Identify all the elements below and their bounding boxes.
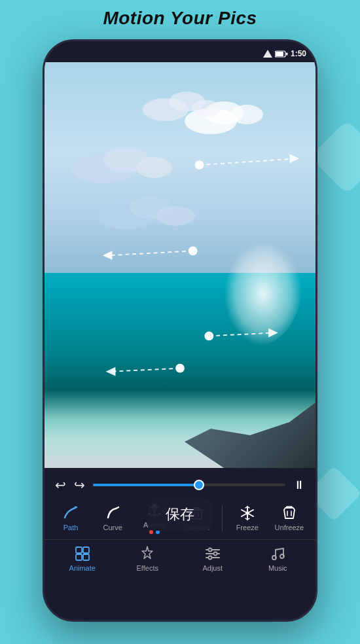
svg-rect-2 — [276, 52, 283, 56]
svg-point-15 — [175, 364, 185, 373]
scrubber-fill — [93, 484, 199, 486]
play-pause-button[interactable]: ⏸ — [293, 478, 305, 492]
undo-button[interactable]: ↩ — [55, 477, 66, 493]
svg-point-29 — [280, 554, 284, 558]
svg-point-6 — [195, 160, 204, 170]
nav-effects[interactable]: Effects — [124, 545, 170, 572]
tool-divider — [222, 505, 223, 531]
photo-area — [45, 62, 315, 468]
save-popup: 保存 — [147, 498, 213, 531]
svg-line-13 — [113, 368, 181, 372]
svg-point-9 — [189, 246, 198, 255]
unfreeze-label: Unfreeze — [275, 524, 304, 531]
battery-icon — [275, 50, 288, 58]
tool-curve[interactable]: Curve — [93, 505, 132, 531]
scrubber-thumb[interactable] — [194, 480, 204, 490]
music-nav-label: Music — [268, 564, 287, 572]
nav-animate[interactable]: Animate — [60, 545, 105, 572]
effects-nav-label: Effects — [137, 564, 158, 572]
adjust-nav-icon — [204, 545, 221, 562]
phone-frame: 1:50 — [43, 39, 317, 622]
redo-button[interactable]: ↪ — [74, 477, 85, 493]
bottom-nav: Animate Effects — [45, 539, 315, 585]
svg-point-20 — [245, 512, 249, 515]
freeze-label: Freeze — [236, 524, 259, 531]
svg-point-25 — [208, 548, 211, 552]
svg-point-12 — [204, 332, 213, 341]
motion-paths-svg — [45, 62, 315, 468]
curve-icon — [104, 505, 121, 522]
signal-icon — [263, 50, 272, 58]
svg-point-28 — [272, 556, 276, 560]
svg-rect-22 — [83, 547, 89, 553]
save-popup-label: 保存 — [166, 506, 194, 522]
effects-nav-icon — [139, 545, 156, 562]
music-nav-icon — [269, 545, 286, 562]
svg-rect-3 — [286, 52, 288, 55]
app-background: Motion Your Pics 1:50 — [0, 0, 360, 35]
svg-line-10 — [209, 333, 274, 336]
status-time: 1:50 — [291, 49, 306, 58]
svg-marker-0 — [263, 50, 272, 58]
adjust-nav-label: Adjust — [202, 564, 223, 572]
nav-adjust[interactable]: Adjust — [190, 545, 236, 572]
svg-line-4 — [200, 158, 297, 165]
tool-path[interactable]: Path — [51, 505, 90, 531]
status-icons: 1:50 — [263, 49, 306, 58]
path-label: Path — [63, 524, 79, 531]
tool-unfreeze[interactable]: Unfreeze — [270, 505, 309, 531]
animate-nav-icon — [74, 545, 91, 562]
unfreeze-icon — [281, 505, 298, 522]
svg-marker-5 — [290, 154, 300, 163]
svg-marker-11 — [268, 329, 278, 338]
scrubber-row: ↩ ↪ ⏸ — [45, 471, 315, 497]
svg-rect-23 — [76, 554, 82, 560]
app-title: Motion Your Pics — [0, 0, 360, 35]
svg-rect-21 — [76, 547, 82, 553]
status-bar: 1:50 — [45, 41, 315, 62]
svg-point-27 — [208, 556, 211, 560]
svg-rect-24 — [83, 554, 89, 560]
tool-freeze[interactable]: Freeze — [228, 505, 267, 531]
freeze-icon — [239, 505, 256, 522]
curve-label: Curve — [103, 524, 122, 531]
svg-point-26 — [213, 552, 217, 556]
scrubber-track[interactable] — [93, 484, 285, 486]
animate-nav-label: Animate — [69, 564, 96, 572]
control-bar: ↩ ↪ ⏸ 保存 Path — [45, 471, 315, 620]
path-icon — [62, 505, 79, 522]
svg-marker-14 — [106, 367, 116, 376]
nav-music[interactable]: Music — [255, 545, 300, 572]
dot-red — [149, 530, 153, 534]
svg-marker-8 — [103, 251, 113, 260]
svg-line-7 — [109, 251, 193, 255]
